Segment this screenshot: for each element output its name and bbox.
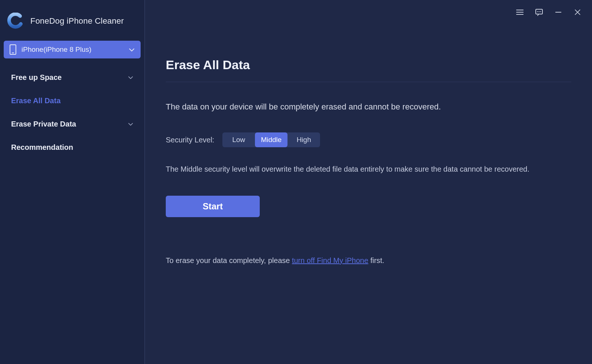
nav-label: Recommendation bbox=[11, 143, 73, 152]
chevron-down-icon bbox=[128, 75, 133, 80]
find-my-iphone-note: To erase your data completely, please tu… bbox=[166, 256, 571, 265]
svg-point-3 bbox=[540, 11, 541, 12]
security-level-description: The Middle security level will overwrite… bbox=[166, 165, 571, 173]
content: Erase All Data The data on your device w… bbox=[145, 19, 592, 265]
titlebar bbox=[145, 0, 592, 19]
nav-erase-all-data[interactable]: Erase All Data bbox=[0, 89, 144, 112]
close-icon[interactable] bbox=[572, 7, 583, 18]
turn-off-find-my-iphone-link[interactable]: turn off Find My iPhone bbox=[292, 256, 368, 264]
nav-label: Erase All Data bbox=[11, 97, 61, 105]
feedback-icon[interactable] bbox=[534, 7, 545, 18]
app-title: FoneDog iPhone Cleaner bbox=[30, 16, 124, 26]
nav-label: Free up Space bbox=[11, 73, 62, 82]
phone-icon bbox=[10, 44, 16, 55]
nav-erase-private-data[interactable]: Erase Private Data bbox=[0, 112, 144, 136]
app-logo-icon bbox=[7, 13, 24, 30]
sidebar: FoneDog iPhone Cleaner iPhone(iPhone 8 P… bbox=[0, 0, 145, 364]
security-level-high[interactable]: High bbox=[287, 132, 320, 147]
security-level-row: Security Level: Low Middle High bbox=[166, 132, 571, 147]
security-level-segmented: Low Middle High bbox=[222, 132, 320, 147]
svg-point-2 bbox=[539, 11, 539, 12]
note-suffix: first. bbox=[368, 256, 384, 264]
security-level-low[interactable]: Low bbox=[222, 132, 255, 147]
device-selector[interactable]: iPhone(iPhone 8 Plus) bbox=[4, 41, 141, 58]
sidebar-nav: Free up Space Erase All Data Erase Priva… bbox=[0, 64, 144, 161]
start-button[interactable]: Start bbox=[166, 196, 260, 217]
erase-warning: The data on your device will be complete… bbox=[166, 102, 571, 112]
note-prefix: To erase your data completely, please bbox=[166, 256, 292, 264]
chevron-down-icon bbox=[128, 122, 133, 127]
security-level-label: Security Level: bbox=[166, 136, 214, 144]
app-brand: FoneDog iPhone Cleaner bbox=[0, 7, 144, 41]
page-title: Erase All Data bbox=[166, 58, 571, 82]
nav-label: Erase Private Data bbox=[11, 120, 76, 128]
chevron-down-icon bbox=[129, 47, 134, 52]
menu-icon[interactable] bbox=[514, 7, 525, 18]
security-level-middle[interactable]: Middle bbox=[255, 132, 287, 147]
device-label: iPhone(iPhone 8 Plus) bbox=[21, 46, 91, 54]
main-area: Erase All Data The data on your device w… bbox=[145, 0, 592, 364]
svg-point-1 bbox=[537, 11, 538, 12]
nav-recommendation[interactable]: Recommendation bbox=[0, 136, 144, 159]
nav-free-up-space[interactable]: Free up Space bbox=[0, 66, 144, 89]
minimize-icon[interactable] bbox=[553, 7, 564, 18]
